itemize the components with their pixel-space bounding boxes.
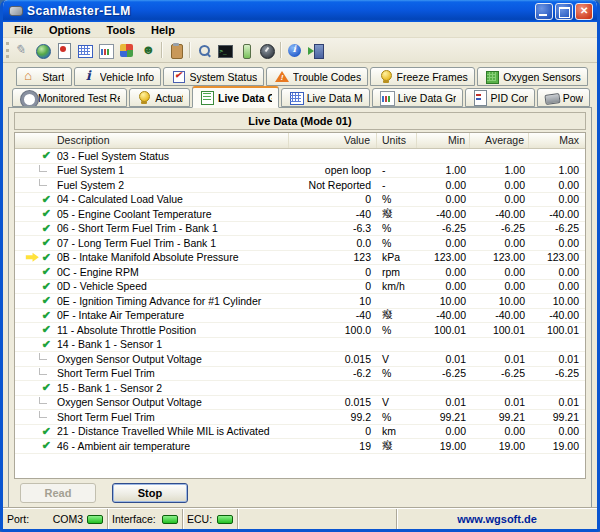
row-units: % <box>377 237 417 249</box>
tab-label: PID Config <box>491 92 528 104</box>
row-marker <box>15 236 55 249</box>
row-min: 0.01 <box>417 396 470 408</box>
report-button[interactable] <box>53 40 74 60</box>
table-row[interactable]: Oxygen Sensor Output Voltage0.015V0.010.… <box>15 396 585 411</box>
close-button[interactable] <box>575 3 593 20</box>
tab-live-data-grid[interactable]: Live Data Grid <box>192 86 279 108</box>
row-max: 0.00 <box>529 193 585 205</box>
table-row[interactable]: 0E - Ignition Timing Advance for #1 Cyli… <box>15 294 585 309</box>
row-min: 0.00 <box>417 237 470 249</box>
data-grid-icon <box>77 43 93 58</box>
tab-oxygen-sensors[interactable]: Oxygen Sensors <box>477 67 588 86</box>
tab-live-data-graph[interactable]: Live Data Graph <box>372 88 463 107</box>
table-row[interactable]: Fuel System 2Not Reported-0.000.000.00 <box>15 178 585 193</box>
table-row[interactable]: 11 - Absolute Throttle Position100.0%100… <box>15 323 585 338</box>
user-button[interactable] <box>137 40 158 60</box>
web-button[interactable] <box>32 40 53 60</box>
terminal-button[interactable] <box>214 40 235 60</box>
live-data-grid: Description Value Units Min Average Max … <box>14 132 586 479</box>
settings-button[interactable] <box>116 40 137 60</box>
col-average[interactable]: Average <box>470 133 529 148</box>
live-data-page: Live Data (Mode 01) Description Value Un… <box>8 107 592 508</box>
menu-help[interactable]: Help <box>144 24 182 36</box>
col-units[interactable]: Units <box>377 133 417 148</box>
row-units: % <box>377 367 417 379</box>
status-website-panel: www.wgsoft.de <box>397 509 597 529</box>
clipboard-button[interactable] <box>165 40 186 60</box>
row-value: 0 <box>289 425 377 437</box>
row-units: % <box>377 222 417 234</box>
table-row[interactable]: Short Term Fuel Trim-6.2%-6.25-6.25-6.25 <box>15 367 585 382</box>
col-min[interactable]: Min <box>417 133 470 148</box>
table-row[interactable]: 0C - Engine RPM0rpm0.000.000.00 <box>15 265 585 280</box>
row-description: 0E - Ignition Timing Advance for #1 Cyli… <box>55 295 289 307</box>
row-max: -40.00 <box>529 309 585 321</box>
table-row[interactable]: 46 - Ambient air temperature19癈19.0019.0… <box>15 439 585 454</box>
table-row[interactable]: 0F - Intake Air Temperature-40癈-40.00-40… <box>15 309 585 324</box>
tab-vehicle-info[interactable]: Vehicle Info <box>74 67 162 86</box>
table-row[interactable]: 06 - Short Term Fuel Trim - Bank 1-6.3%-… <box>15 222 585 237</box>
table-row[interactable]: 14 - Bank 1 - Sensor 1 <box>15 338 585 353</box>
status-interface-panel: Interface: <box>108 509 183 529</box>
window-title: ScanMaster-ELM <box>27 4 535 18</box>
col-description[interactable]: Description <box>15 133 289 148</box>
titlebar[interactable]: ScanMaster-ELM <box>3 0 597 22</box>
tab-start[interactable]: Start <box>16 67 72 86</box>
tab-label: Freeze Frames <box>397 71 468 83</box>
chart-button[interactable] <box>95 40 116 60</box>
toolbar-separator <box>280 42 281 58</box>
exit-button[interactable] <box>305 40 326 60</box>
read-button[interactable]: Read <box>20 483 96 503</box>
port-led-icon <box>87 515 103 524</box>
battery-button[interactable] <box>235 40 256 60</box>
table-row[interactable]: 21 - Distance Travelled While MIL is Act… <box>15 425 585 440</box>
table-row[interactable]: Fuel System 1open loop-1.001.001.00 <box>15 164 585 179</box>
system-status-icon <box>171 69 187 84</box>
tab-live-data-meter[interactable]: Live Data Meter <box>281 88 370 107</box>
tab-monitored-test-results[interactable]: Monitored Test Results <box>12 88 127 107</box>
row-description: 46 - Ambient air temperature <box>55 440 289 452</box>
table-row[interactable]: Short Term Fuel Trim99.2%99.2199.2199.21 <box>15 410 585 425</box>
row-min: -6.25 <box>417 222 470 234</box>
row-units: - <box>377 164 417 176</box>
stop-button[interactable]: Stop <box>112 483 188 503</box>
menu-file[interactable]: File <box>7 24 40 36</box>
col-max[interactable]: Max <box>529 133 585 148</box>
search-button[interactable] <box>193 40 214 60</box>
tab-trouble-codes[interactable]: Trouble Codes <box>266 67 368 86</box>
table-row[interactable]: 04 - Calculated Load Value0%0.000.000.00 <box>15 193 585 208</box>
table-row[interactable]: 15 - Bank 1 - Sensor 2 <box>15 381 585 396</box>
connect-button[interactable] <box>11 40 32 60</box>
supported-check-icon <box>42 338 51 351</box>
row-value: 0.015 <box>289 353 377 365</box>
row-average: 0.01 <box>470 353 529 365</box>
website-link[interactable]: www.wgsoft.de <box>457 513 537 525</box>
data-grid-button[interactable] <box>74 40 95 60</box>
gauge-button[interactable] <box>256 40 277 60</box>
table-row[interactable]: Oxygen Sensor Output Voltage0.015V0.010.… <box>15 352 585 367</box>
table-row[interactable]: 05 - Engine Coolant Temperature-40癈-40.0… <box>15 207 585 222</box>
tab-pid-config[interactable]: PID Config <box>465 88 535 107</box>
tab-power[interactable]: Power <box>537 88 590 107</box>
table-row[interactable]: 03 - Fuel System Status <box>15 149 585 164</box>
row-description: 11 - Absolute Throttle Position <box>55 324 289 336</box>
supported-check-icon <box>42 193 51 206</box>
row-description: 0C - Engine RPM <box>55 266 289 278</box>
maximize-button[interactable] <box>555 3 573 20</box>
table-row[interactable]: 0D - Vehicle Speed0km/h0.000.000.00 <box>15 280 585 295</box>
menu-options[interactable]: Options <box>42 24 98 36</box>
tab-actuator[interactable]: Actuator <box>129 88 190 107</box>
table-row[interactable]: 07 - Long Term Fuel Trim - Bank 10.0%0.0… <box>15 236 585 251</box>
minimize-button[interactable] <box>535 3 553 20</box>
col-value[interactable]: Value <box>289 133 377 148</box>
menu-tools[interactable]: Tools <box>100 24 143 36</box>
tab-system-status[interactable]: System Status <box>163 67 264 86</box>
row-marker <box>15 207 55 220</box>
live-data-rows: 03 - Fuel System StatusFuel System 1open… <box>15 149 585 478</box>
table-row[interactable]: 0B - Intake Manifold Absolute Pressure12… <box>15 251 585 266</box>
tab-label: Start <box>42 71 64 83</box>
tab-freeze-frames[interactable]: Freeze Frames <box>370 67 475 86</box>
info-button[interactable] <box>284 40 305 60</box>
supported-check-icon <box>42 309 51 322</box>
row-units: 癈 <box>377 439 417 453</box>
